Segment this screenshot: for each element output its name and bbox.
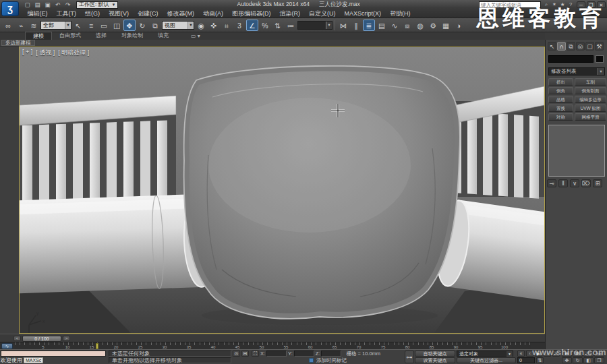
create-tab-icon[interactable]: ↖	[548, 42, 556, 51]
selection-lock-icon[interactable]: ⊟	[241, 351, 249, 357]
selection-filter-dropdown[interactable]: 全部 ▼	[40, 21, 71, 30]
hierarchy-tab-icon[interactable]: ⧉	[567, 42, 575, 51]
save-file-icon[interactable]: ▣	[43, 1, 52, 9]
menu-item-0[interactable]: 编辑(E)	[23, 9, 52, 18]
scene-3d[interactable]: x y	[20, 47, 544, 333]
absolute-mode-icon[interactable]: ⛶	[252, 351, 259, 357]
percent-snap-icon[interactable]: %	[259, 20, 271, 31]
x-coordinate-field[interactable]	[266, 351, 287, 357]
set-key-button[interactable]: 设置关键点	[415, 357, 455, 363]
make-unique-icon[interactable]: ∨	[570, 179, 579, 187]
key-filters-button[interactable]: 关键点过滤器...	[457, 357, 516, 363]
curve-editor-icon[interactable]: ∿	[388, 20, 401, 31]
menu-item-1[interactable]: 工具(T)	[52, 9, 81, 18]
menu-item-6[interactable]: 动画(A)	[199, 9, 228, 18]
configure-sets-icon[interactable]: ⊞	[593, 179, 602, 187]
frame-spinner[interactable]: ⇅	[536, 357, 544, 363]
polygon-modeling-panel[interactable]: 多边形建模	[1, 40, 35, 46]
scale-icon[interactable]: ⧉	[149, 20, 161, 31]
select-by-name-icon[interactable]: ≡	[85, 20, 97, 31]
render-production-icon[interactable]: ◑	[453, 20, 465, 31]
utilities-tab-icon[interactable]: ⚒	[595, 42, 604, 51]
modifier-button-车削[interactable]: 车削	[575, 78, 606, 86]
app-logo-icon[interactable]: Ʒ	[1, 1, 19, 16]
y-coordinate-field[interactable]	[294, 351, 314, 357]
unlink-icon[interactable]: ⌁	[15, 20, 27, 31]
mirror-icon[interactable]: ⋈	[337, 20, 349, 31]
menu-item-5[interactable]: 修改器(M)	[163, 9, 199, 18]
ribbon-tab-2[interactable]: 选择	[88, 32, 114, 40]
modifier-button-置换[interactable]: 置换	[548, 104, 573, 112]
select-link-icon[interactable]: ∞	[2, 20, 14, 31]
modify-tab-icon[interactable]: ∩	[557, 42, 566, 51]
ribbon-tab-1[interactable]: 自由形式	[52, 32, 88, 40]
modifier-list-dropdown[interactable]: 修改器列表 ▼	[548, 67, 605, 75]
select-object-icon[interactable]: ↖	[72, 20, 84, 31]
modifier-button-倒角剖面[interactable]: 倒角剖面	[575, 87, 606, 94]
maxscript-listener-field[interactable]: MAXSc	[24, 357, 43, 363]
redo-icon[interactable]: ↷	[63, 1, 72, 9]
render-setup-icon[interactable]: ⚙	[427, 20, 439, 31]
keyboard-override-icon[interactable]: ⌗	[221, 20, 233, 31]
viewport-general-menu[interactable]: [ + ]	[22, 49, 32, 57]
select-manipulate-icon[interactable]: ✜	[208, 20, 220, 31]
object-name-field[interactable]	[548, 55, 594, 63]
pan-icon[interactable]: ✥	[562, 357, 572, 363]
modifier-button-编辑多边形[interactable]: 编辑多边形	[575, 96, 606, 103]
macro-recorder-field[interactable]	[1, 351, 106, 357]
motion-tab-icon[interactable]: ◎	[576, 42, 585, 51]
modifier-button-倒角[interactable]: 倒角	[548, 87, 573, 94]
workspace-dropdown[interactable]: 工作区: 默认 ▼	[76, 1, 118, 9]
show-end-result-icon[interactable]: ‖	[558, 179, 568, 187]
ribbon-tab-4[interactable]: 填充	[150, 32, 176, 40]
viewport-pov-menu[interactable]: [ 透视 ]	[36, 49, 55, 57]
prev-frame-button[interactable]: <	[13, 336, 21, 341]
time-slider[interactable]: < 0 / 100 >	[0, 334, 545, 342]
menu-item-7[interactable]: 图形编辑器(D)	[228, 9, 276, 18]
graphite-toggle-icon[interactable]: ▤	[376, 20, 388, 31]
menu-item-2[interactable]: 组(G)	[81, 9, 105, 18]
schematic-view-icon[interactable]: ⧈	[401, 20, 413, 31]
open-file-icon[interactable]: ▤	[33, 1, 42, 9]
menu-item-3[interactable]: 视图(V)	[105, 9, 134, 18]
edit-named-sets-icon[interactable]: ≔	[285, 20, 297, 31]
ribbon-tab-3[interactable]: 对象绘制	[114, 32, 150, 40]
menu-item-4[interactable]: 创建(C)	[134, 9, 163, 18]
pin-stack-icon[interactable]: ⊸	[547, 179, 556, 187]
display-tab-icon[interactable]: ▢	[585, 42, 594, 51]
rotate-icon[interactable]: ↻	[136, 20, 148, 31]
rect-region-icon[interactable]: ▭	[98, 20, 110, 31]
auto-key-button[interactable]: 自动关键点	[415, 351, 455, 357]
menu-item-11[interactable]: 帮助(H)	[386, 9, 415, 18]
isolate-toggle-icon[interactable]: ⊙	[233, 351, 240, 357]
go-start-icon[interactable]: «	[517, 351, 525, 357]
layer-manager-icon[interactable]: ≣	[363, 20, 375, 31]
maximize-viewport-icon[interactable]: ❒	[594, 357, 604, 363]
reference-coordinate-dropdown[interactable]: 视图 ▼	[162, 21, 194, 30]
viewport-shading-menu[interactable]: [ 明暗处理 ]	[58, 49, 89, 57]
snap-3d-icon[interactable]: 3	[233, 20, 245, 31]
bind-spacewarp-icon[interactable]: ≋	[28, 20, 40, 31]
add-time-tag[interactable]: 添加时间标记	[316, 357, 347, 364]
z-coordinate-field[interactable]	[321, 351, 341, 357]
menu-item-9[interactable]: 自定义(U)	[305, 9, 341, 18]
material-editor-icon[interactable]: ◍	[414, 20, 426, 31]
mini-curve-editor-button[interactable]: ∿	[1, 343, 13, 349]
align-icon[interactable]: ∥	[350, 20, 362, 31]
rendered-frame-icon[interactable]: ▦	[440, 20, 452, 31]
ribbon-tab-0[interactable]: 建模	[25, 32, 52, 40]
window-crossing-icon[interactable]: ◫	[111, 20, 123, 31]
perspective-viewport[interactable]: x y [ + ] [ 透视 ] [ 明暗处理 ]	[19, 47, 545, 334]
named-sets-dropdown[interactable]: ▼	[297, 21, 333, 30]
modifier-button-UVW 贴图[interactable]: UVW 贴图	[575, 104, 606, 112]
new-file-icon[interactable]: ▢	[23, 1, 32, 9]
pillow-object[interactable]	[184, 66, 460, 319]
key-mode-dropdown[interactable]: 选定对象 ▼	[457, 351, 513, 357]
spinner-snap-icon[interactable]: ⇅	[272, 20, 284, 31]
remove-modifier-icon[interactable]: ⌦	[581, 179, 591, 187]
select-move-icon[interactable]: ✥	[123, 20, 136, 31]
modifier-button-晶格[interactable]: 晶格	[548, 96, 573, 103]
next-frame-button[interactable]: >	[63, 336, 70, 341]
modifier-button-对称[interactable]: 对称	[548, 113, 573, 121]
menu-item-10[interactable]: MAXScript(X)	[340, 9, 386, 18]
